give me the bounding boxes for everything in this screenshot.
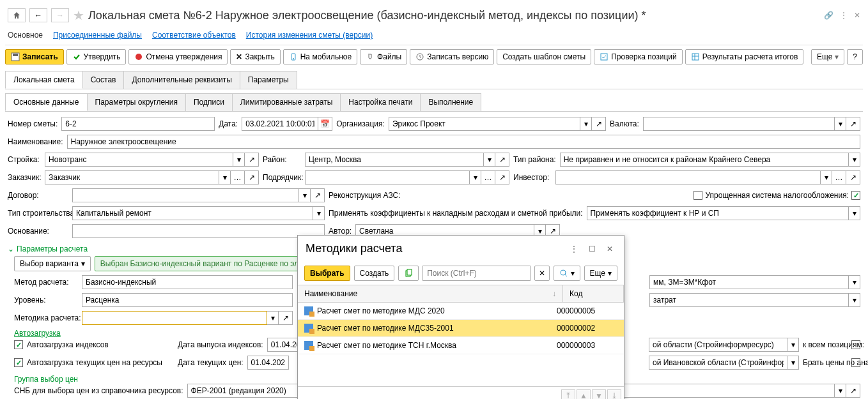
investor-input[interactable] [555, 170, 821, 184]
organization-input[interactable] [389, 117, 580, 131]
close-window-icon[interactable]: ✕ [854, 11, 860, 20]
calendar-icon[interactable]: 📅 [318, 117, 332, 131]
contractor-input[interactable] [305, 170, 470, 184]
snb-open-icon[interactable]: ↗ [846, 384, 860, 398]
back-button[interactable]: ← [29, 8, 47, 22]
dialog-clear-search-icon[interactable]: ✕ [534, 266, 550, 281]
tab-print-settings[interactable]: Настройка печати [340, 93, 421, 111]
coef-input[interactable] [587, 206, 849, 220]
all-positions-checkbox[interactable] [851, 340, 860, 349]
customer-dots-icon[interactable]: … [231, 170, 245, 184]
tab-parameters[interactable]: Параметры [240, 71, 297, 89]
autoload-indexes-checkbox[interactable]: ✓ [14, 340, 23, 349]
zm-input[interactable] [649, 275, 849, 289]
dialog-menu-icon[interactable]: ⋮ [568, 243, 580, 255]
tab-history[interactable]: История изменения сметы (версии) [246, 31, 373, 40]
tab-additional-props[interactable]: Дополнительные реквизиты [123, 71, 240, 89]
prices-source-dropdown-icon[interactable]: ▾ [787, 356, 799, 370]
coef-dropdown-icon[interactable]: ▾ [849, 206, 860, 220]
grid-col-code[interactable]: Код [563, 285, 624, 302]
grid-row[interactable]: Расчет смет по методике МДС35-2001 00000… [298, 320, 624, 337]
results-button[interactable]: Результаты расчета итогов [685, 49, 804, 64]
grid-row[interactable]: Расчет смет по методике МДС 2020 0000000… [298, 303, 624, 320]
methodic-dropdown-icon[interactable]: ▾ [267, 311, 279, 325]
build-type-dropdown-icon[interactable]: ▾ [313, 206, 325, 220]
org-open-icon[interactable]: ↗ [592, 117, 606, 131]
files-button[interactable]: Файлы [360, 49, 407, 64]
zatrat-dropdown-icon[interactable]: ▾ [849, 293, 860, 307]
grid-nav-down-icon[interactable]: ▼ [592, 389, 606, 399]
methodic-open-icon[interactable]: ↗ [279, 311, 293, 325]
approve-button[interactable]: Утвердить [66, 49, 127, 64]
currency-dropdown-icon[interactable]: ▾ [835, 117, 846, 131]
org-dropdown-icon[interactable]: ▾ [580, 117, 592, 131]
currency-input[interactable] [643, 117, 835, 131]
forward-button[interactable]: → [51, 8, 69, 22]
estimate-number-input[interactable] [61, 117, 215, 131]
tab-basic-data[interactable]: Основные данные [5, 93, 88, 111]
customer-input[interactable] [45, 170, 219, 184]
tab-attached-files[interactable]: Присоединенные файлы [53, 31, 142, 40]
contractor-dropdown-icon[interactable]: ▾ [470, 170, 481, 184]
region-type-dropdown-icon[interactable]: ▾ [849, 153, 860, 167]
dialog-search-input[interactable] [422, 266, 530, 281]
dialog-search-button[interactable]: ▾ [554, 266, 580, 281]
grid-nav-up-icon[interactable]: ▲ [577, 389, 591, 399]
region-dropdown-icon[interactable]: ▾ [484, 153, 495, 167]
contractor-dots-icon[interactable]: … [481, 170, 495, 184]
build-type-input[interactable] [72, 206, 313, 220]
prices-date-input[interactable] [247, 356, 289, 370]
contract-dropdown-icon[interactable]: ▾ [299, 188, 311, 202]
save-button[interactable]: Записать [5, 49, 64, 64]
tab-signatures[interactable]: Подписи [185, 93, 233, 111]
dialog-copy-button[interactable] [398, 266, 419, 281]
name-input[interactable] [67, 135, 860, 149]
investor-open-icon[interactable]: ↗ [846, 170, 860, 184]
build-open-icon[interactable]: ↗ [245, 153, 259, 167]
favorite-star-icon[interactable]: ★ [73, 8, 84, 23]
currency-open-icon[interactable]: ↗ [846, 117, 860, 131]
contract-open-icon[interactable]: ↗ [311, 188, 325, 202]
dialog-select-button[interactable]: Выбрать [304, 266, 350, 281]
prices-source-input[interactable] [649, 356, 787, 370]
customer-open-icon[interactable]: ↗ [245, 170, 259, 184]
build-input[interactable] [45, 153, 233, 167]
dialog-more-button[interactable]: Еще ▾ [584, 266, 617, 281]
dialog-create-button[interactable]: Создать [354, 266, 395, 281]
menu-icon[interactable]: ⋮ [840, 11, 848, 20]
tab-execution[interactable]: Выполнение [420, 93, 481, 111]
grid-row[interactable]: Расчет смет по методике ТСН г.Москва 000… [298, 337, 624, 354]
tax-checkbox[interactable]: ✓ [851, 191, 860, 200]
region-input[interactable] [305, 153, 484, 167]
reconstruct-checkbox[interactable] [694, 191, 702, 200]
calc-method-input[interactable] [82, 275, 293, 289]
zm-dropdown-icon[interactable]: ▾ [849, 275, 860, 289]
dialog-maximize-icon[interactable]: ☐ [585, 243, 598, 255]
grid-nav-last-icon[interactable]: ⤓ [607, 389, 621, 399]
grid-col-name[interactable]: Наименование ↓ [298, 285, 563, 302]
zatrat-input[interactable] [649, 293, 849, 307]
help-button[interactable]: ? [847, 49, 863, 64]
tab-local-estimate[interactable]: Локальная смета [5, 71, 83, 89]
save-version-button[interactable]: Записать версию [410, 49, 494, 64]
cancel-approve-button[interactable]: Отмена утверждения [128, 49, 228, 64]
mobile-button[interactable]: На мобильное [283, 49, 357, 64]
grid-nav-first-icon[interactable]: ⤒ [561, 389, 575, 399]
dialog-close-icon[interactable]: ✕ [603, 243, 616, 255]
tab-limited-costs[interactable]: Лимитированные затраты [232, 93, 341, 111]
link-icon[interactable]: 🔗 [824, 11, 833, 20]
base-input[interactable] [72, 224, 325, 238]
check-positions-button[interactable]: Проверка позиций [594, 49, 683, 64]
analog-checkbox[interactable] [851, 358, 860, 367]
index-source-input[interactable] [649, 338, 787, 352]
investor-dots-icon[interactable]: … [832, 170, 846, 184]
tab-composition[interactable]: Состав [82, 71, 125, 89]
snb-dropdown-icon[interactable]: ▾ [835, 384, 846, 398]
contract-input[interactable] [72, 188, 299, 202]
index-source-dropdown-icon[interactable]: ▾ [787, 338, 799, 352]
variant-select-button[interactable]: Выбор варианта ▾ [14, 256, 91, 271]
create-template-button[interactable]: Создать шаблон сметы [497, 49, 591, 64]
more-button[interactable]: Еще ▾ [811, 49, 844, 64]
autoload-prices-checkbox[interactable]: ✓ [14, 358, 23, 367]
date-input[interactable] [242, 117, 318, 131]
